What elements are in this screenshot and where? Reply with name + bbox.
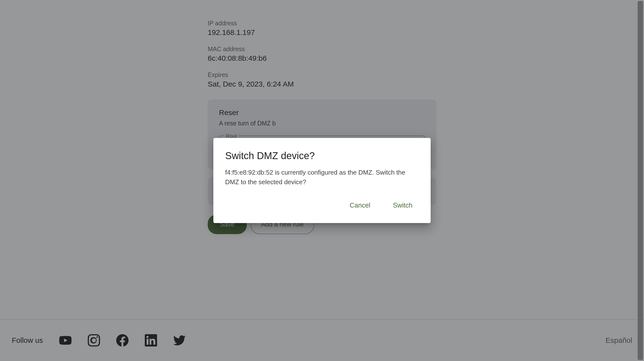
- switch-dmz-dialog: Switch DMZ device? f4:f5:e8:92:db:52 is …: [213, 138, 431, 223]
- modal-overlay[interactable]: Switch DMZ device? f4:f5:e8:92:db:52 is …: [0, 0, 644, 361]
- dialog-body: f4:f5:e8:92:db:52 is currently configure…: [225, 168, 419, 187]
- dialog-title: Switch DMZ device?: [225, 150, 419, 161]
- dialog-actions: Cancel Switch: [225, 199, 419, 212]
- switch-button[interactable]: Switch: [389, 199, 416, 212]
- cancel-button[interactable]: Cancel: [346, 199, 374, 212]
